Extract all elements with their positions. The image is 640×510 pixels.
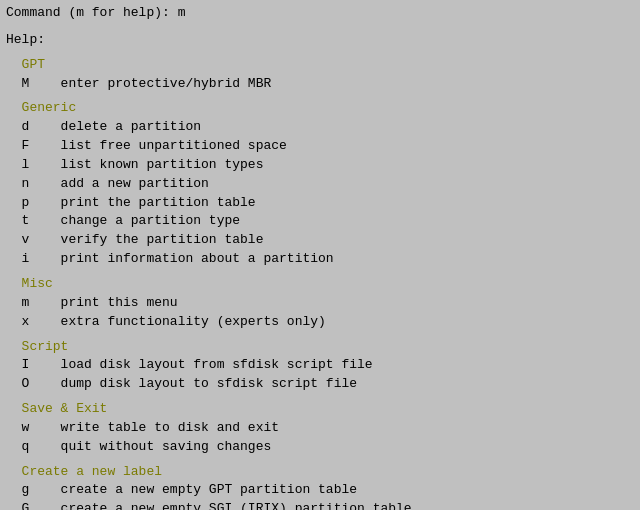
section-header-generic: Generic bbox=[6, 99, 634, 118]
cmd-F: F list free unpartitioned space bbox=[6, 137, 634, 156]
section-header-misc: Misc bbox=[6, 275, 634, 294]
cmd-i: i print information about a partition bbox=[6, 250, 634, 269]
section-header-save-exit: Save & Exit bbox=[6, 400, 634, 419]
help-label: Help: bbox=[6, 31, 634, 50]
cmd-l: l list known partition types bbox=[6, 156, 634, 175]
section-header-create-label: Create a new label bbox=[6, 463, 634, 482]
prompt-line: Command (m for help): m bbox=[6, 4, 634, 23]
cmd-x: x extra functionality (experts only) bbox=[6, 313, 634, 332]
cmd-t: t change a partition type bbox=[6, 212, 634, 231]
cmd-M: M enter protective/hybrid MBR bbox=[6, 75, 634, 94]
cmd-w: w write table to disk and exit bbox=[6, 419, 634, 438]
cmd-G: G create a new empty SGI (IRIX) partitio… bbox=[6, 500, 634, 510]
terminal: Command (m for help): m Help: GPT M ente… bbox=[0, 0, 640, 510]
cmd-q: q quit without saving changes bbox=[6, 438, 634, 457]
section-header-script: Script bbox=[6, 338, 634, 357]
section-header-gpt: GPT bbox=[6, 56, 634, 75]
cmd-v: v verify the partition table bbox=[6, 231, 634, 250]
cmd-O: O dump disk layout to sfdisk script file bbox=[6, 375, 634, 394]
cmd-n: n add a new partition bbox=[6, 175, 634, 194]
cmd-g: g create a new empty GPT partition table bbox=[6, 481, 634, 500]
cmd-I: I load disk layout from sfdisk script fi… bbox=[6, 356, 634, 375]
cmd-m: m print this menu bbox=[6, 294, 634, 313]
cmd-p: p print the partition table bbox=[6, 194, 634, 213]
cmd-d: d delete a partition bbox=[6, 118, 634, 137]
